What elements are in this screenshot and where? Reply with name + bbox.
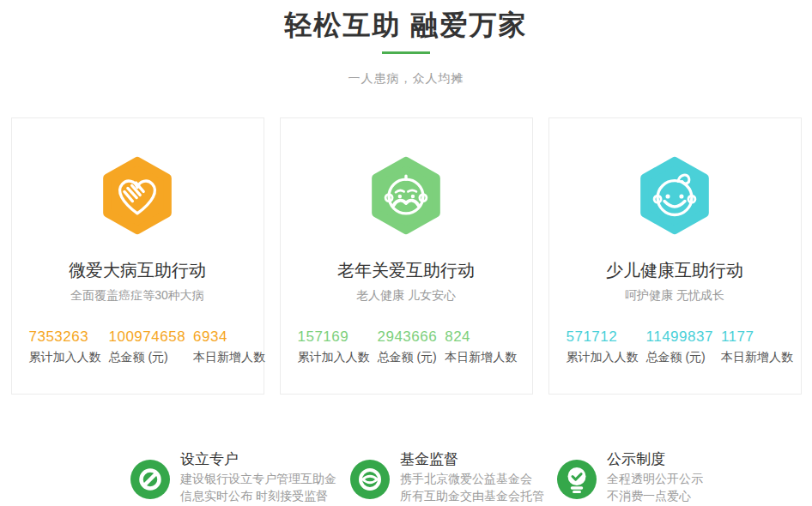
stat-joined: 7353263 累计加入人数 [29, 329, 101, 363]
stat-label: 累计加入人数 [29, 351, 101, 363]
bank-account-icon [130, 460, 170, 499]
card-subtitle: 全面覆盖癌症等30种大病 [12, 288, 264, 304]
card-title: 微爱大病互助行动 [12, 261, 264, 280]
stat-amount: 100974658 总金额 (元) [109, 329, 186, 363]
stat-value: 157169 [298, 329, 370, 344]
eye-icon [350, 460, 390, 499]
card-title: 老年关爱互助行动 [281, 261, 532, 280]
stat-label: 总金额 (元) [109, 351, 186, 363]
stat-value: 100974658 [109, 329, 186, 344]
stat-value: 6934 [193, 329, 265, 344]
program-cards-row: 微爱大病互助行动 全面覆盖癌症等30种大病 7353263 累计加入人数 100… [0, 117, 812, 395]
title-divider [382, 51, 430, 54]
stat-amount: 11499837 总金额 (元) [646, 329, 713, 363]
hero-section: 轻松互助 融爱万家 一人患病，众人均摊 [0, 5, 812, 87]
card-children-health[interactable]: 少儿健康互助行动 呵护健康 无忧成长 571712 累计加入人数 1149983… [548, 117, 802, 395]
elder-face-icon [372, 156, 440, 235]
stat-label: 总金额 (元) [646, 351, 713, 363]
feature-line: 所有互助金交由基金会托管 [400, 490, 544, 502]
stat-value: 824 [445, 329, 517, 344]
stat-new-today: 1177 本日新增人数 [721, 329, 793, 363]
card-subtitle: 呵护健康 无忧成长 [549, 288, 801, 304]
stat-new-today: 824 本日新增人数 [445, 329, 517, 363]
feature-line: 不消费一点爱心 [607, 490, 703, 502]
feature-line: 建设银行设立专户管理互助金 [180, 473, 336, 485]
feature-title: 公示制度 [607, 451, 703, 467]
stat-joined: 157169 累计加入人数 [298, 329, 370, 363]
stat-label: 总金额 (元) [378, 351, 438, 363]
page-subtitle: 一人患病，众人均摊 [0, 71, 812, 87]
heart-in-hand-icon [103, 156, 172, 235]
card-title: 少儿健康互助行动 [549, 261, 801, 280]
trust-features-row: 设立专户 建设银行设立专户管理互助金 信息实时公布 时刻接受监督 基金监督 携手… [0, 395, 812, 489]
card-serious-illness[interactable]: 微爱大病互助行动 全面覆盖癌症等30种大病 7353263 累计加入人数 100… [11, 117, 264, 395]
feature-title: 设立专户 [180, 451, 336, 467]
stat-label: 本日新增人数 [193, 351, 265, 363]
feature-dedicated-account: 设立专户 建设银行设立专户管理互助金 信息实时公布 时刻接受监督 [130, 451, 336, 502]
bulb-check-icon [557, 460, 597, 499]
card-elderly-care[interactable]: 老年关爱互助行动 老人健康 儿女安心 157169 累计加入人数 2943666… [280, 117, 533, 395]
stat-value: 11499837 [646, 329, 713, 344]
stat-label: 本日新增人数 [721, 351, 793, 363]
feature-line: 信息实时公布 时刻接受监督 [180, 490, 336, 502]
stat-amount: 2943666 总金额 (元) [378, 329, 438, 363]
stat-value: 7353263 [29, 329, 101, 344]
card-stats: 7353263 累计加入人数 100974658 总金额 (元) 6934 本日… [29, 329, 257, 363]
feature-title: 基金监督 [400, 451, 544, 467]
stat-label: 本日新增人数 [445, 351, 517, 363]
stat-label: 累计加入人数 [567, 351, 639, 363]
stat-new-today: 6934 本日新增人数 [193, 329, 265, 363]
page-title: 轻松互助 融爱万家 [0, 5, 812, 45]
feature-line: 全程透明公开公示 [607, 473, 703, 485]
feature-fund-supervision: 基金监督 携手北京微爱公益基金会 所有互助金交由基金会托管 [350, 451, 544, 502]
card-subtitle: 老人健康 儿女安心 [281, 288, 532, 304]
card-stats: 157169 累计加入人数 2943666 总金额 (元) 824 本日新增人数 [298, 329, 525, 363]
baby-face-icon [640, 156, 709, 235]
stat-label: 累计加入人数 [298, 351, 370, 363]
stat-value: 571712 [567, 329, 639, 344]
stat-value: 2943666 [378, 329, 438, 344]
stat-joined: 571712 累计加入人数 [567, 329, 639, 363]
stat-value: 1177 [721, 329, 793, 344]
feature-line: 携手北京微爱公益基金会 [400, 473, 544, 485]
card-stats: 571712 累计加入人数 11499837 总金额 (元) 1177 本日新增… [567, 329, 794, 363]
feature-publicity-system: 公示制度 全程透明公开公示 不消费一点爱心 [557, 451, 703, 502]
